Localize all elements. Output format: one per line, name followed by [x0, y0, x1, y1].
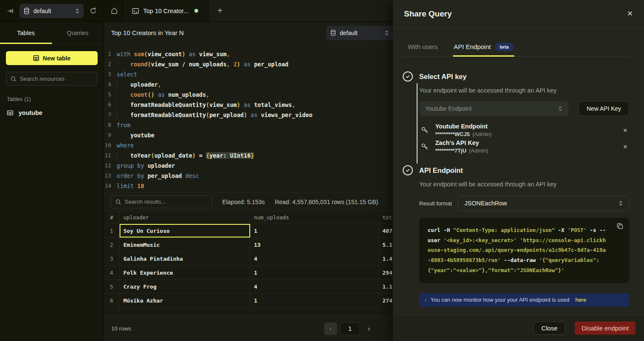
results-toolbar: Elapsed: 5.153s Read: 4,557,605,031 rows… [104, 192, 393, 211]
uploader-cell[interactable]: Folk Experience [120, 266, 250, 279]
panel-header: Share Query ✕ [393, 0, 644, 28]
line-number: 2 [104, 59, 117, 69]
code-token: , [226, 51, 230, 57]
sidebar-collapse-button[interactable] [5, 6, 15, 16]
database-selector[interactable]: default [19, 4, 84, 18]
remove-key-button[interactable]: ✕ [623, 144, 628, 150]
uploader-cell[interactable]: Crazy Frog [120, 280, 250, 293]
search-results-input[interactable] [125, 199, 207, 205]
sql-editor[interactable]: 1with sum(view_count) as view_sum,2 roun… [104, 44, 393, 192]
copy-button[interactable] [617, 223, 623, 229]
code-token: where [117, 142, 134, 149]
tab-tables[interactable]: Tables [0, 22, 52, 44]
search-resources-input[interactable] [20, 76, 93, 82]
editor-database-selector[interactable]: default [326, 26, 393, 40]
sidebar-topbar: default [0, 0, 104, 22]
beta-badge: beta [495, 43, 513, 51]
tab-with-users[interactable]: With users [407, 37, 439, 56]
code-token: per_upload [147, 172, 182, 179]
result-format-label: Result format [419, 200, 452, 207]
code-line[interactable]: 9 youtube [104, 130, 393, 140]
next-page-button[interactable]: › [363, 322, 375, 335]
code-line[interactable]: 13order by per_upload desc [104, 171, 393, 181]
banner-here-link[interactable]: here [575, 297, 586, 303]
total-views-cell[interactable]: 1.1 [379, 280, 393, 293]
pagination: ‹ 1 › [324, 322, 375, 335]
code-token: per_upload [254, 61, 288, 68]
sidebar-item-youtube[interactable]: youtube [0, 107, 104, 118]
num-uploads-cell[interactable]: 1 [250, 266, 379, 279]
uploader-cell[interactable]: EminemMusic [120, 238, 250, 251]
api-key-selector[interactable]: Youtube Endpoint [419, 101, 568, 116]
code-token [117, 61, 131, 68]
column-header-num-uploads[interactable]: num_uploads [250, 211, 379, 224]
code-line[interactable]: 11 toYear(upload_date) = {year: UInt16} [104, 150, 393, 161]
remove-key-button[interactable]: ✕ [623, 127, 628, 134]
refresh-button[interactable] [88, 5, 98, 16]
num-uploads-cell[interactable]: 4 [250, 252, 379, 265]
num-uploads-cell[interactable]: 1 [250, 294, 379, 307]
api-key-item[interactable]: Zach's API Key*********7TjU(Admin)✕ [419, 139, 629, 155]
row-index-cell[interactable]: 5 [104, 280, 120, 293]
query-tab[interactable]: Top 10 Creator... [125, 0, 210, 22]
row-index-cell[interactable]: 2 [104, 238, 120, 251]
uploader-cell[interactable]: Galinha Pintadinha [120, 252, 250, 265]
code-line[interactable]: 4 uploader, [104, 79, 393, 90]
elapsed-stat: Elapsed: 5.153s [222, 199, 265, 205]
result-format-selector[interactable]: JSONEachRow [458, 196, 629, 211]
code-line[interactable]: 10where [104, 140, 393, 150]
close-button[interactable]: Close [533, 322, 565, 335]
curl-token: 'POST' [568, 227, 587, 233]
row-index-cell[interactable]: 6 [104, 294, 120, 307]
key-icon [419, 142, 430, 151]
total-views-cell[interactable]: 407 [379, 224, 393, 237]
curl-command-text[interactable]: curl -H "Content-Type: application/json"… [428, 225, 609, 276]
total-views-cell[interactable]: 1.4 [379, 252, 393, 265]
row-index-cell[interactable]: 3 [104, 252, 120, 265]
num-uploads-cell[interactable]: 13 [250, 238, 379, 251]
new-tab-button[interactable]: + [210, 0, 230, 22]
code-line[interactable]: 7 formatReadableQuantity(per_upload) as … [104, 110, 393, 120]
new-table-button[interactable]: New table [6, 51, 98, 65]
main-area: Top 10 Creator... + Top 10 Creators in Y… [104, 0, 393, 341]
row-index-cell[interactable]: 1 [104, 224, 120, 237]
column-header-uploader[interactable]: uploader [120, 211, 250, 224]
tab-queries[interactable]: Queries [52, 22, 104, 44]
total-views-cell[interactable]: 294 [379, 266, 393, 279]
code-token: { [206, 152, 209, 159]
tab-api-endpoint[interactable]: API Endpoint beta [453, 37, 514, 56]
new-api-key-button[interactable]: New API Key [579, 101, 629, 116]
num-uploads-cell[interactable]: 1 [250, 224, 379, 237]
code-line[interactable]: 6 formatReadableQuantity(view_sum) as to… [104, 100, 393, 110]
code-line[interactable]: 2 round(view_sum / num_uploads, 2) as pe… [104, 59, 393, 69]
code-token: upload_date [154, 152, 192, 159]
prev-page-button[interactable]: ‹ [324, 322, 337, 335]
code-line[interactable]: 1with sum(view_count) as view_sum, [104, 49, 393, 59]
total-views-cell[interactable]: 274 [379, 294, 393, 307]
num-uploads-cell[interactable]: 4 [250, 280, 379, 293]
api-key-item[interactable]: Youtube Endpoint*********WCJ5(Admin)✕ [419, 122, 629, 139]
code-line[interactable]: 12group by uploader [104, 161, 393, 171]
code-line[interactable]: 3select [104, 69, 393, 79]
column-header-index[interactable]: # [104, 211, 120, 224]
column-header-total-views[interactable]: tot [379, 211, 393, 224]
code-text: group by uploader [117, 161, 175, 171]
code-line[interactable]: 14limit 10 [104, 181, 393, 191]
disable-endpoint-button[interactable]: Disable endpoint [575, 322, 636, 335]
total-views-cell[interactable]: 5.1 [379, 238, 393, 251]
current-page-indicator[interactable]: 1 [340, 322, 360, 335]
code-text: limit 10 [117, 181, 144, 191]
code-token: per_upload [209, 112, 243, 118]
row-index-cell[interactable]: 4 [104, 266, 120, 279]
key-role: (Admin) [469, 147, 488, 154]
close-panel-button[interactable]: ✕ [627, 9, 633, 18]
key-masked-value: *********WCJ5 [435, 131, 470, 137]
code-line[interactable]: 8from [104, 120, 393, 130]
code-line[interactable]: 5 count() as num_uploads, [104, 90, 393, 100]
home-button[interactable] [104, 0, 125, 22]
uploader-cell[interactable]: Músika Azhar [120, 294, 250, 307]
search-icon [11, 76, 16, 82]
uploader-cell[interactable]: Soy Un Curioso [120, 224, 250, 237]
chevron-updown-icon [75, 8, 79, 14]
code-token: ) [237, 61, 240, 68]
